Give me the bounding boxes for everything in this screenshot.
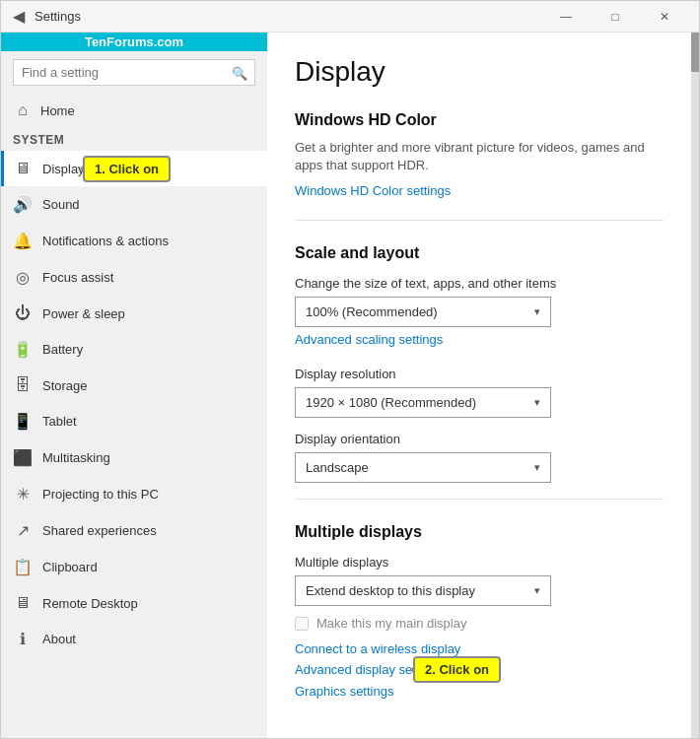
- titlebar: ◀ Settings — □ ✕: [1, 1, 699, 33]
- projecting-icon: ✳: [13, 485, 33, 504]
- divider-1: [295, 220, 664, 221]
- multiple-displays-dropdown[interactable]: Extend desktop to this display ▾: [295, 575, 551, 606]
- main-display-label: Make this my main display: [316, 616, 466, 631]
- search-area: 🔍: [1, 51, 267, 94]
- focus-icon: ◎: [13, 268, 33, 287]
- main-display-checkbox[interactable]: [295, 617, 309, 631]
- orientation-label: Display orientation: [295, 432, 664, 446]
- hd-color-desc: Get a brighter and more vibrant picture …: [295, 139, 664, 174]
- sidebar-item-sound[interactable]: 🔊 Sound: [1, 186, 267, 223]
- sidebar-item-battery[interactable]: 🔋 Battery: [1, 331, 267, 368]
- sidebar-sound-label: Sound: [42, 197, 80, 212]
- graphics-settings-link[interactable]: Graphics settings: [295, 684, 393, 699]
- orientation-dropdown-value: Landscape: [306, 460, 369, 475]
- multiple-displays-title: Multiple displays: [295, 523, 664, 541]
- sidebar: TenForums.com 🔍 ⌂ Home System 🖥 Display …: [1, 33, 267, 738]
- sidebar-item-home[interactable]: ⌂ Home: [1, 94, 267, 127]
- sidebar-item-storage[interactable]: 🗄 Storage: [1, 368, 267, 403]
- page-title: Display: [295, 56, 664, 88]
- search-input[interactable]: [13, 59, 255, 86]
- divider-2: [295, 499, 664, 500]
- sidebar-power-label: Power & sleep: [42, 306, 125, 321]
- callout-1: 1. Click on: [83, 156, 171, 182]
- main-display-row: Make this my main display: [295, 616, 664, 631]
- sidebar-item-about[interactable]: ℹ About: [1, 621, 267, 657]
- sidebar-item-display[interactable]: 🖥 Display 1. Click on: [1, 151, 267, 186]
- window-content: TenForums.com 🔍 ⌂ Home System 🖥 Display …: [1, 33, 699, 738]
- main-content: Display Windows HD Color Get a brighter …: [267, 33, 691, 738]
- resolution-label: Display resolution: [295, 367, 664, 381]
- window-controls: — □ ✕: [543, 1, 687, 33]
- multiple-displays-value: Extend desktop to this display: [306, 583, 475, 598]
- sidebar-tablet-label: Tablet: [42, 414, 77, 429]
- about-icon: ℹ: [13, 630, 33, 648]
- callout-2: 2. Click on: [413, 656, 501, 683]
- tablet-icon: 📱: [13, 412, 33, 431]
- battery-icon: 🔋: [13, 340, 33, 359]
- sidebar-item-power[interactable]: ⏻ Power & sleep: [1, 296, 267, 331]
- sidebar-focus-label: Focus assist: [42, 270, 113, 285]
- sidebar-item-clipboard[interactable]: 📋 Clipboard: [1, 549, 267, 585]
- sidebar-item-tablet[interactable]: 📱 Tablet: [1, 403, 267, 439]
- scrollbar-thumb[interactable]: [691, 33, 699, 72]
- sidebar-item-shared[interactable]: ↗ Shared experiences: [1, 512, 267, 549]
- resolution-dropdown-value: 1920 × 1080 (Recommended): [306, 395, 476, 410]
- storage-icon: 🗄: [13, 376, 33, 394]
- connect-wireless-link[interactable]: Connect to a wireless display: [295, 641, 460, 656]
- sound-icon: 🔊: [13, 195, 33, 214]
- shared-icon: ↗: [13, 521, 33, 540]
- clipboard-icon: 📋: [13, 558, 33, 576]
- sidebar-item-multitasking[interactable]: ⬛ Multitasking: [1, 439, 267, 476]
- hd-color-link[interactable]: Windows HD Color settings: [295, 183, 451, 198]
- sidebar-section-title: System: [1, 127, 267, 151]
- orientation-dropdown[interactable]: Landscape ▾: [295, 452, 551, 483]
- window-title: Settings: [35, 9, 543, 24]
- notifications-icon: 🔔: [13, 232, 33, 250]
- home-icon: ⌂: [13, 101, 33, 119]
- sidebar-battery-label: Battery: [42, 342, 83, 357]
- resolution-dropdown[interactable]: 1920 × 1080 (Recommended) ▾: [295, 387, 551, 418]
- change-size-label: Change the size of text, apps, and other…: [295, 276, 664, 291]
- search-wrap: 🔍: [13, 59, 255, 86]
- sidebar-storage-label: Storage: [42, 378, 88, 393]
- maximize-button[interactable]: □: [593, 1, 638, 33]
- multiple-displays-label: Multiple displays: [295, 555, 664, 570]
- search-icon: 🔍: [232, 65, 247, 80]
- remote-icon: 🖥: [13, 594, 33, 612]
- sidebar-multitasking-label: Multitasking: [42, 450, 110, 465]
- adv-display-row: Advanced display settings 2. Click on: [295, 662, 664, 677]
- settings-window: ◀ Settings — □ ✕ TenForums.com 🔍 ⌂ Home …: [0, 0, 700, 739]
- close-button[interactable]: ✕: [642, 1, 687, 33]
- display-icon: 🖥: [13, 160, 33, 177]
- power-icon: ⏻: [13, 304, 33, 322]
- sidebar-projecting-label: Projecting to this PC: [42, 487, 159, 502]
- scale-dropdown-arrow: ▾: [534, 305, 540, 318]
- scale-dropdown[interactable]: 100% (Recommended) ▾: [295, 297, 551, 327]
- sidebar-about-label: About: [42, 632, 76, 646]
- watermark: TenForums.com: [1, 33, 267, 51]
- scale-layout-title: Scale and layout: [295, 244, 664, 262]
- resolution-dropdown-arrow: ▾: [534, 396, 540, 409]
- sidebar-item-focus[interactable]: ◎ Focus assist: [1, 259, 267, 296]
- sidebar-item-notifications[interactable]: 🔔 Notifications & actions: [1, 223, 267, 259]
- advanced-scaling-link[interactable]: Advanced scaling settings: [295, 332, 443, 347]
- scale-dropdown-value: 100% (Recommended): [306, 304, 438, 319]
- sidebar-clipboard-label: Clipboard: [42, 560, 98, 574]
- sidebar-item-projecting[interactable]: ✳ Projecting to this PC: [1, 476, 267, 512]
- sidebar-notifications-label: Notifications & actions: [42, 234, 169, 248]
- sidebar-remote-label: Remote Desktop: [42, 596, 138, 611]
- back-button[interactable]: ◀: [13, 7, 25, 26]
- home-label: Home: [40, 103, 75, 118]
- orientation-dropdown-arrow: ▾: [534, 461, 540, 474]
- sidebar-item-remote[interactable]: 🖥 Remote Desktop: [1, 585, 267, 621]
- scrollbar-track[interactable]: [691, 33, 699, 738]
- hd-color-title: Windows HD Color: [295, 111, 664, 129]
- multitasking-icon: ⬛: [13, 448, 33, 467]
- multiple-displays-arrow: ▾: [534, 584, 540, 597]
- sidebar-shared-label: Shared experiences: [42, 523, 157, 538]
- minimize-button[interactable]: —: [543, 1, 589, 33]
